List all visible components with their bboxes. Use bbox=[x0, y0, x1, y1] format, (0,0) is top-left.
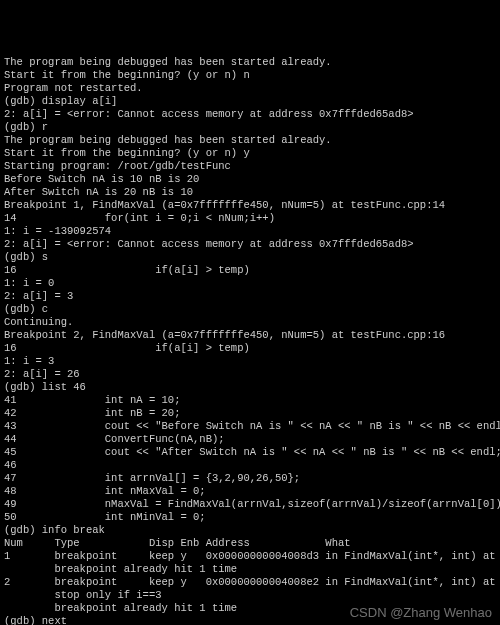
terminal-line: Continuing. bbox=[4, 316, 496, 329]
terminal-line: 42 int nB = 20; bbox=[4, 407, 496, 420]
terminal-line: 16 if(a[i] > temp) bbox=[4, 264, 496, 277]
terminal-line: 1: i = 3 bbox=[4, 355, 496, 368]
terminal-line: Start it from the beginning? (y or n) n bbox=[4, 69, 496, 82]
terminal-line: Start it from the beginning? (y or n) y bbox=[4, 147, 496, 160]
terminal-line: 2: a[i] = <error: Cannot access memory a… bbox=[4, 108, 496, 121]
terminal-line: 45 cout << "After Switch nA is " << nA <… bbox=[4, 446, 496, 459]
terminal-line: (gdb) info break bbox=[4, 524, 496, 537]
terminal-line: (gdb) s bbox=[4, 251, 496, 264]
terminal-line: 46 bbox=[4, 459, 496, 472]
terminal-line: 43 cout << "Before Switch nA is " << nA … bbox=[4, 420, 496, 433]
terminal-line: 1: i = 0 bbox=[4, 277, 496, 290]
terminal-line: 2: a[i] = 26 bbox=[4, 368, 496, 381]
terminal-output[interactable]: The program being debugged has been star… bbox=[4, 56, 496, 625]
terminal-line: Num Type Disp Enb Address What bbox=[4, 537, 496, 550]
terminal-line: 14 for(int i = 0;i < nNum;i++) bbox=[4, 212, 496, 225]
terminal-line: (gdb) c bbox=[4, 303, 496, 316]
terminal-line: 44 ConvertFunc(nA,nB); bbox=[4, 433, 496, 446]
terminal-line: Breakpoint 1, FindMaxVal (a=0x7fffffffe4… bbox=[4, 199, 496, 212]
terminal-line: After Switch nA is 20 nB is 10 bbox=[4, 186, 496, 199]
terminal-line: The program being debugged has been star… bbox=[4, 134, 496, 147]
terminal-line: 41 int nA = 10; bbox=[4, 394, 496, 407]
terminal-line: 2: a[i] = <error: Cannot access memory a… bbox=[4, 238, 496, 251]
terminal-line: (gdb) display a[i] bbox=[4, 95, 496, 108]
watermark-label: CSDN @Zhang Wenhao bbox=[350, 606, 492, 619]
terminal-line: breakpoint already hit 1 time bbox=[4, 563, 496, 576]
terminal-line: The program being debugged has been star… bbox=[4, 56, 496, 69]
terminal-line: 1: i = -139092574 bbox=[4, 225, 496, 238]
terminal-line: stop only if i==3 bbox=[4, 589, 496, 602]
terminal-line: Before Switch nA is 10 nB is 20 bbox=[4, 173, 496, 186]
terminal-line: Breakpoint 2, FindMaxVal (a=0x7fffffffe4… bbox=[4, 329, 496, 342]
terminal-line: 49 nMaxVal = FindMaxVal(arrnVal,sizeof(a… bbox=[4, 498, 496, 511]
terminal-line: 50 int nMinVal = 0; bbox=[4, 511, 496, 524]
terminal-line: 2: a[i] = 3 bbox=[4, 290, 496, 303]
terminal-line: 48 int nMaxVal = 0; bbox=[4, 485, 496, 498]
terminal-line: 47 int arrnVal[] = {3,2,90,26,50}; bbox=[4, 472, 496, 485]
terminal-line: 2 breakpoint keep y 0x00000000004008e2 i… bbox=[4, 576, 496, 589]
terminal-line: 1 breakpoint keep y 0x00000000004008d3 i… bbox=[4, 550, 496, 563]
terminal-line: (gdb) r bbox=[4, 121, 496, 134]
terminal-line: Starting program: /root/gdb/testFunc bbox=[4, 160, 496, 173]
terminal-line: 16 if(a[i] > temp) bbox=[4, 342, 496, 355]
terminal-line: Program not restarted. bbox=[4, 82, 496, 95]
terminal-line: (gdb) list 46 bbox=[4, 381, 496, 394]
